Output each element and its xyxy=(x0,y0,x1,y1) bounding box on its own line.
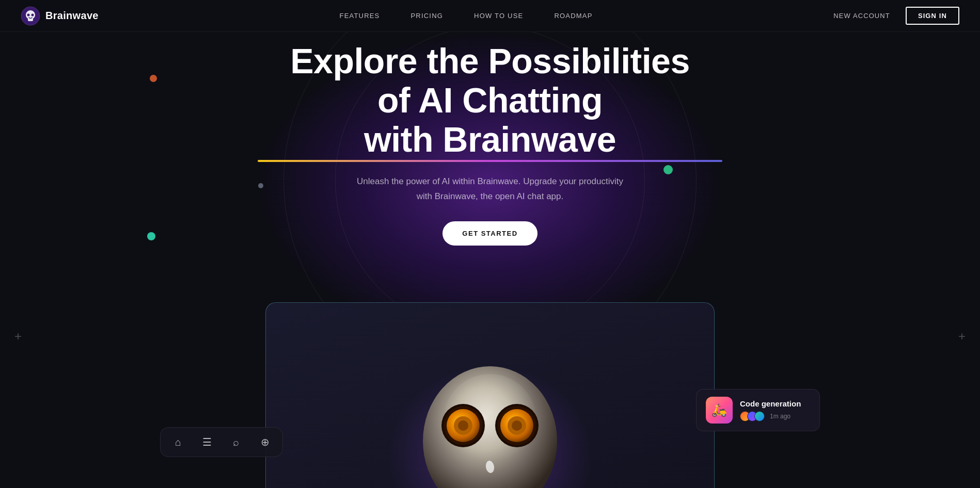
svg-point-2 xyxy=(31,13,34,16)
hero-title: Explore the Possibilities of AI Chatting… xyxy=(258,41,722,162)
avatar-3 xyxy=(754,411,765,421)
search-icon[interactable]: ⌕ xyxy=(229,435,243,449)
nav-how-to-use[interactable]: HOW TO USE xyxy=(474,12,523,20)
list-icon[interactable]: ☰ xyxy=(200,435,214,449)
brand-underline xyxy=(258,160,722,162)
time-ago: 1m ago xyxy=(770,413,791,420)
robot-illustration xyxy=(392,317,588,488)
bottom-toolbar: ⌂ ☰ ⌕ ⊕ xyxy=(160,427,283,457)
svg-point-10 xyxy=(458,420,468,431)
logo-text: Brainwave xyxy=(45,10,99,22)
app-preview: AI is generating xyxy=(265,302,715,488)
plus-deco-right: + xyxy=(958,329,966,344)
dot-teal xyxy=(147,232,155,240)
navbar: Brainwave FEATURES PRICING HOW TO USE RO… xyxy=(0,0,980,32)
nav-pricing[interactable]: PRICING xyxy=(410,12,443,20)
nav-right: NEW ACCOUNT SIGN IN xyxy=(833,7,959,25)
nav-links: FEATURES PRICING HOW TO USE ROADMAP xyxy=(340,12,593,20)
hero-content: Explore the Possibilities of AI Chatting… xyxy=(258,41,722,246)
code-gen-title: Code generation xyxy=(740,399,810,408)
hero-section: Explore the Possibilities of AI Chatting… xyxy=(0,0,980,488)
logo-link[interactable]: Brainwave xyxy=(21,6,99,26)
code-gen-icon: 🛵 xyxy=(706,397,733,424)
nav-roadmap[interactable]: ROADMAP xyxy=(554,12,592,20)
hero-subtitle: Unleash the power of AI within Brainwave… xyxy=(356,174,624,203)
home-icon[interactable]: ⌂ xyxy=(171,435,185,449)
brand-name: Brainwave xyxy=(258,120,722,162)
plus-deco-left: + xyxy=(14,329,22,344)
svg-point-1 xyxy=(27,13,30,16)
avatar-group xyxy=(740,411,765,421)
sign-in-button[interactable]: SIGN IN xyxy=(906,7,959,25)
code-gen-card: 🛵 Code generation 1m ago xyxy=(696,389,820,431)
logo-icon xyxy=(21,6,40,26)
dot-orange xyxy=(150,75,157,82)
new-account-link[interactable]: NEW ACCOUNT xyxy=(833,12,890,20)
svg-point-15 xyxy=(512,420,522,431)
get-started-button[interactable]: GET STARTED xyxy=(442,221,537,246)
code-gen-meta: 1m ago xyxy=(740,411,810,421)
add-icon[interactable]: ⊕ xyxy=(258,435,272,449)
code-gen-info: Code generation 1m ago xyxy=(740,399,810,421)
nav-features[interactable]: FEATURES xyxy=(340,12,380,20)
